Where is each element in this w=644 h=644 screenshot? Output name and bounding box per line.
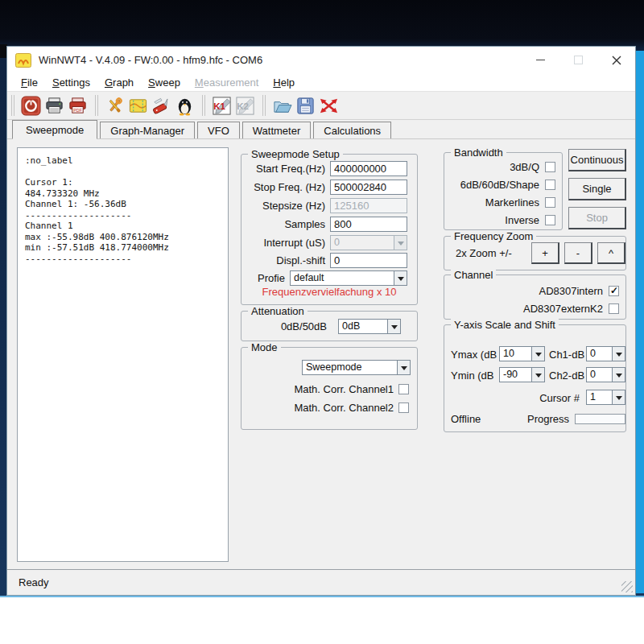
math-corr-ch1-label: Math. Corr. Channel1	[294, 383, 394, 395]
zoom-in-button[interactable]: +	[531, 242, 559, 264]
tools-button[interactable]	[103, 94, 126, 117]
ch1-db-combo[interactable]: 0	[586, 346, 625, 361]
toolbar-group-file	[261, 94, 341, 117]
single-button[interactable]: Single	[568, 178, 626, 200]
toolbox-button[interactable]	[126, 94, 150, 117]
interrupt-combo[interactable]: 0	[330, 235, 407, 250]
ch2-db-value: 0	[587, 368, 612, 382]
print-pdf-button[interactable]: PDF	[66, 94, 89, 117]
stop-freq-label: Stop Freq. (Hz)	[254, 181, 325, 193]
inverse-checkbox[interactable]	[545, 215, 555, 225]
math-corr-ch2-row: Math. Corr. Channel2	[246, 400, 409, 415]
bandwidth-3db-checkbox[interactable]	[545, 162, 555, 172]
stop-button[interactable]: Stop	[568, 207, 626, 229]
chevron-down-icon	[394, 236, 407, 250]
ch1-db-label: Ch1-dB	[549, 349, 583, 361]
inverse-row: Inverse	[444, 211, 562, 229]
k1-icon: K1	[212, 96, 232, 116]
stepsize-input[interactable]	[330, 198, 407, 213]
continuous-button[interactable]: Continuous	[568, 149, 626, 171]
interrupt-row: Interrupt (uS) 0	[246, 235, 407, 250]
math-corr-ch1-checkbox[interactable]	[398, 384, 409, 394]
toolbar-group-main: PDF	[10, 94, 89, 117]
group-title: Sweepmode Setup	[248, 148, 343, 160]
print-button[interactable]	[43, 94, 66, 117]
zoom-reset-button[interactable]: ^	[597, 242, 625, 264]
channel-group: Channel AD8307intern AD8307externK2	[444, 275, 626, 320]
tab-sweepmode[interactable]: Sweepmode	[12, 120, 97, 139]
save-file-icon	[295, 96, 316, 116]
bandwidth-6db-row: 6dB/60dB/Shape	[444, 175, 562, 193]
status-text: Ready	[19, 576, 49, 588]
stepsize-row: Stepsize (Hz)	[246, 198, 407, 213]
save-file-button[interactable]	[294, 94, 317, 117]
bandwidth-3db-label: 3dB/Q	[510, 161, 539, 173]
samples-label: Samples	[284, 218, 325, 230]
open-file-button[interactable]	[270, 94, 294, 117]
group-title: Bandwidth	[451, 147, 506, 159]
ch1-db-value: 0	[587, 347, 612, 361]
displ-shift-input[interactable]	[330, 253, 407, 268]
menu-measurement[interactable]: Measurement	[188, 75, 266, 90]
calibrate-k1-button[interactable]: K1	[210, 94, 233, 117]
chevron-down-icon	[612, 347, 625, 361]
group-title: Y-axis Scale and Shift	[451, 319, 559, 331]
markerlines-checkbox[interactable]	[545, 197, 555, 208]
math-corr-ch2-checkbox[interactable]	[398, 402, 409, 413]
cursor-number-combo[interactable]: 1	[586, 390, 625, 405]
profile-combo[interactable]: default	[290, 270, 407, 286]
close-icon	[611, 55, 622, 66]
interrupt-label: Interrupt (uS)	[263, 237, 325, 249]
menu-bar: File Settings Graph Sweep Measurement He…	[7, 73, 635, 91]
ad8307-intern-row: AD8307intern	[444, 282, 625, 299]
toolbar: PDF	[7, 91, 635, 120]
start-freq-input[interactable]	[330, 161, 407, 176]
maximize-button[interactable]	[559, 47, 597, 73]
penguin-button[interactable]	[173, 94, 196, 117]
resize-grip[interactable]	[621, 581, 633, 592]
chevron-down-icon	[612, 390, 625, 404]
tab-bar: Sweepmode Graph-Manager VFO Wattmeter Ca…	[7, 120, 635, 139]
minimize-button[interactable]	[522, 47, 559, 73]
ymax-combo[interactable]: 10	[499, 346, 545, 361]
menu-help[interactable]: Help	[266, 75, 302, 90]
attenuation-group: Attenuation 0dB/50dB 0dB	[241, 311, 418, 341]
pocket-knife-button[interactable]	[150, 94, 173, 117]
mode-combo[interactable]: Sweepmode	[302, 360, 411, 375]
ymin-combo[interactable]: -90	[499, 367, 545, 382]
svg-text:K2: K2	[237, 101, 249, 111]
tab-graph-manager[interactable]: Graph-Manager	[100, 122, 195, 138]
samples-input[interactable]	[330, 217, 407, 232]
toolbar-group-tools	[93, 94, 196, 117]
interrupt-value: 0	[331, 236, 394, 250]
window-controls	[522, 47, 635, 73]
menu-settings[interactable]: Settings	[45, 75, 97, 90]
tab-vfo[interactable]: VFO	[197, 122, 240, 138]
ad8307-intern-checkbox[interactable]	[609, 286, 619, 296]
frequency-multiplier-note: Frequenzvervielfachung x 10	[242, 286, 417, 298]
stop-freq-input[interactable]	[330, 180, 407, 195]
sweepmode-page: :no_label Cursor 1: 484.733320 MHz Chann…	[7, 139, 635, 569]
bandwidth-6db-checkbox[interactable]	[545, 180, 555, 190]
offline-status: Offline	[451, 413, 481, 425]
toolbar-handle	[11, 95, 14, 116]
menu-sweep[interactable]: Sweep	[141, 75, 188, 90]
tab-wattmeter[interactable]: Wattmeter	[242, 122, 311, 138]
status-bar: Ready	[7, 569, 635, 595]
attenuation-combo[interactable]: 0dB	[338, 319, 401, 334]
menu-file[interactable]: File	[14, 75, 45, 90]
ad8307-intern-label: AD8307intern	[539, 285, 604, 297]
zoom-factor-label: 2x Zoom +/-	[456, 247, 512, 259]
menu-graph[interactable]: Graph	[97, 75, 141, 90]
math-corr-ch1-row: Math. Corr. Channel1	[246, 382, 409, 397]
power-button[interactable]	[19, 94, 43, 117]
zoom-out-button[interactable]: -	[564, 242, 592, 264]
calibrate-k2-button[interactable]: K2	[233, 94, 257, 117]
ch2-db-combo[interactable]: 0	[586, 367, 625, 382]
ad8307-extern-checkbox[interactable]	[609, 303, 619, 314]
disconnect-button[interactable]	[317, 94, 341, 117]
tab-calculations[interactable]: Calculations	[313, 122, 391, 138]
inverse-label: Inverse	[505, 214, 539, 226]
samples-row: Samples	[246, 217, 407, 232]
close-button[interactable]	[597, 47, 635, 73]
